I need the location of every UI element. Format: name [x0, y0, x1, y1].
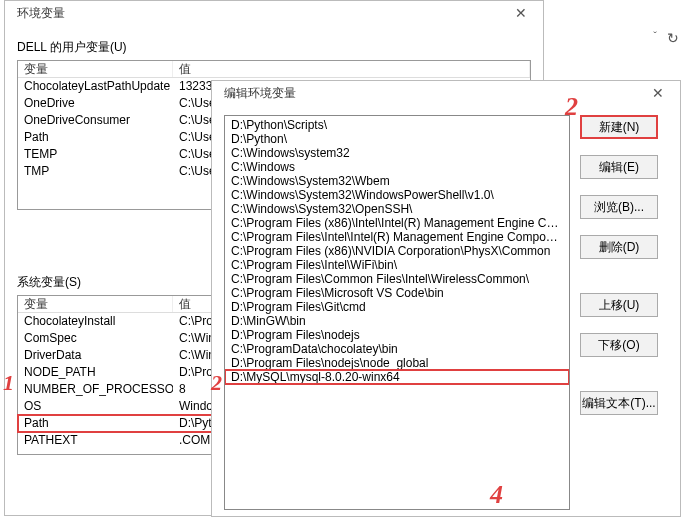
cell-name: TMP	[18, 163, 173, 180]
dialog-title-bar: 环境变量 ✕	[5, 1, 543, 25]
list-item[interactable]: C:\ProgramData\chocolatey\bin	[225, 342, 569, 356]
list-item[interactable]: C:\Windows\System32\Wbem	[225, 174, 569, 188]
edit-button[interactable]: 编辑(E)	[580, 155, 658, 179]
col-header-name[interactable]: 变量	[18, 61, 173, 77]
close-button[interactable]: ✕	[644, 83, 672, 103]
list-item[interactable]: C:\Program Files (x86)\Intel\Intel(R) Ma…	[225, 216, 569, 230]
list-item[interactable]: C:\Program Files\Intel\WiFi\bin\	[225, 258, 569, 272]
dialog-title: 环境变量	[17, 5, 65, 22]
list-item[interactable]: D:\Python\	[225, 132, 569, 146]
cell-name: NODE_PATH	[18, 364, 173, 381]
cell-name: DriverData	[18, 347, 173, 364]
list-item[interactable]: C:\Program Files\Microsoft VS Code\bin	[225, 286, 569, 300]
cell-name: Path	[18, 129, 173, 146]
cell-name: OneDrive	[18, 95, 173, 112]
dialog-title-bar: 编辑环境变量 ✕	[212, 81, 680, 105]
list-item[interactable]: D:\MySQL\mysql-8.0.20-winx64	[225, 370, 569, 384]
list-item[interactable]: C:\Windows\System32\WindowsPowerShell\v1…	[225, 188, 569, 202]
col-header-value[interactable]: 值	[173, 61, 530, 77]
new-button[interactable]: 新建(N)	[580, 115, 658, 139]
browse-button[interactable]: 浏览(B)...	[580, 195, 658, 219]
close-button[interactable]: ✕	[507, 3, 535, 23]
list-item[interactable]: D:\Program Files\nodejs	[225, 328, 569, 342]
edit-text-button[interactable]: 编辑文本(T)...	[580, 391, 658, 415]
cell-name: TEMP	[18, 146, 173, 163]
list-item[interactable]: C:\Program Files\Common Files\Intel\Wire…	[225, 272, 569, 286]
list-item[interactable]: C:\Program Files\Intel\Intel(R) Manageme…	[225, 230, 569, 244]
list-item[interactable]: D:\Python\Scripts\	[225, 118, 569, 132]
cell-name: NUMBER_OF_PROCESSORS	[18, 381, 173, 398]
list-item[interactable]: C:\Windows\system32	[225, 146, 569, 160]
refresh-icon[interactable]: ↻	[667, 30, 679, 46]
cell-name: ChocolateyInstall	[18, 313, 173, 330]
move-down-button[interactable]: 下移(O)	[580, 333, 658, 357]
cell-name: ChocolateyLastPathUpdate	[18, 78, 173, 95]
window-toolbar: ˇ ↻	[653, 30, 679, 46]
cell-name: PATHEXT	[18, 432, 173, 449]
list-item[interactable]: C:\Windows	[225, 160, 569, 174]
cell-name: ComSpec	[18, 330, 173, 347]
cell-name: OS	[18, 398, 173, 415]
delete-button[interactable]: 删除(D)	[580, 235, 658, 259]
user-vars-label: DELL 的用户变量(U)	[17, 39, 531, 56]
list-item[interactable]: D:\MinGW\bin	[225, 314, 569, 328]
list-item[interactable]: D:\Program Files\nodejs\node_global	[225, 356, 569, 370]
cell-name: OneDriveConsumer	[18, 112, 173, 129]
col-header-name[interactable]: 变量	[18, 296, 173, 312]
edit-env-var-dialog: 编辑环境变量 ✕ D:\Python\Scripts\D:\Python\C:\…	[211, 80, 681, 517]
chevron-down-icon[interactable]: ˇ	[653, 30, 657, 46]
list-item[interactable]: D:\Program Files\Git\cmd	[225, 300, 569, 314]
list-item[interactable]: C:\Windows\System32\OpenSSH\	[225, 202, 569, 216]
list-item[interactable]: C:\Program Files (x86)\NVIDIA Corporatio…	[225, 244, 569, 258]
dialog-title: 编辑环境变量	[224, 85, 296, 102]
path-list[interactable]: D:\Python\Scripts\D:\Python\C:\Windows\s…	[224, 115, 570, 510]
move-up-button[interactable]: 上移(U)	[580, 293, 658, 317]
cell-name: Path	[18, 415, 173, 432]
